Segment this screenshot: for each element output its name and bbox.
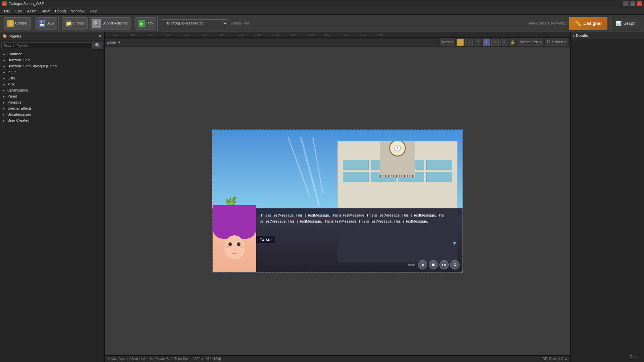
palette-category-misc[interactable]: ▶ Misc [0,81,104,87]
palette-category-input[interactable]: ▶ Input [0,69,104,75]
rewind-button[interactable]: ⏮ [418,260,427,269]
palette-category-primitive[interactable]: ▶ Primitive [0,99,104,105]
menu-asset[interactable]: Asset [24,8,39,14]
color-mode-button[interactable]: □ [457,39,464,46]
menu-window[interactable]: Window [68,8,87,14]
window-controls: ─ □ ✕ [623,1,642,6]
graph-button[interactable]: 📊 Graph [610,17,641,30]
graph-icon: 📊 [616,21,622,26]
toolbar: ⚙ Compile 💾 Save 📁 Browse 🔍 Widget Refle… [0,15,644,32]
chevron-down-icon: ▾ [539,40,541,44]
debug-group: No debug object selected Debug Filter [160,16,250,31]
settings-button[interactable]: ⚙ [450,260,460,269]
portrait-hair [213,205,256,239]
palette-category-uncategorized[interactable]: ▶ Uncategorized [0,111,104,117]
stop-button[interactable]: ⏹ [429,260,438,269]
titlebar: U DialogueScene_WBP ─ □ ✕ [0,0,644,7]
compile-group: ⚙ Compile [3,16,32,31]
save-icon: 💾 [39,20,45,27]
resize-handle[interactable]: ↗ [460,270,465,275]
safe-zone-label: No Device Safe Zone Set [150,357,188,361]
play-group: ▶ Play [134,16,158,31]
dialogue-controls: Auto ⏮ ⏹ ⏭ ⚙ [408,260,460,269]
chevron-down-icon: ▾ [564,40,566,44]
horizontal-ruler: 300 400 500 600 700 800 900 1000 1100 12… [105,32,570,38]
palette-category-optimization[interactable]: ▶ Optimization [0,87,104,93]
app-icon: U [2,1,7,6]
browse-icon: 📁 [65,20,72,27]
menu-help[interactable]: Help [87,8,100,14]
arrow-icon: ▶ [3,119,5,122]
auto-label: Auto [408,263,415,267]
dpi-settings-icon[interactable]: ⚙ [565,357,568,361]
palette-title: Palette [9,34,21,38]
details-title: Details [576,34,588,38]
widget-reflector-icon: 🔍 [92,19,101,28]
restore-button[interactable]: □ [630,1,635,6]
details-panel: ℹ Details [570,32,644,362]
parent-class-label: Parent class: User Widget [528,21,567,25]
palette-category-horizonplugin[interactable]: ▶ HorizonPlugin [0,57,104,63]
palette-search-button[interactable]: 🔍 [93,42,103,49]
r-button[interactable]: R [474,39,481,46]
character-portrait [213,205,256,272]
palette-category-horizonplugin-demo[interactable]: ▶ HorizonPlugin|Dialogue|Demo [0,63,104,69]
arrow-icon: ▶ [3,53,5,56]
play-icon: ▶ [139,20,145,27]
canvas-area[interactable]: 🕐 🌿 [105,47,570,355]
debug-filter-label: Debug Filter [231,21,249,25]
scroll-indicator: ▼ [452,240,457,246]
canvas-toolbar: Zoom -4 None ▾ □ ⊞ R 4 ⊟ ⊞ 🔒 Screen Size… [105,38,570,47]
menu-file[interactable]: File [1,8,13,14]
fill-screen-dropdown[interactable]: Fill Screen ▾ [545,39,568,46]
details-header: ℹ Details [571,32,644,39]
arrow-icon: ▶ [3,83,5,86]
dpi-scale-label: DPI Scale 1.0 [543,357,563,361]
grid-button[interactable]: ⊟ [491,39,499,46]
browse-button[interactable]: 📁 Browse [62,17,87,29]
snap-button[interactable]: ⊞ [500,39,507,46]
close-button[interactable]: ✕ [637,1,642,6]
palette-header: 🎨 Palette ✕ [0,32,104,40]
device-scale-label: Device Content Scale 1.0 [107,357,145,361]
fast-forward-button[interactable]: ⏭ [439,260,449,269]
arrow-icon: ▶ [3,59,5,62]
designer-button[interactable]: ✏️ Designer [569,17,607,30]
palette-category-lists[interactable]: ▶ Lists [0,75,104,81]
play-button[interactable]: ▶ Play [136,17,156,29]
main-content: 🎨 Palette ✕ 🔍 ▶ Common ▶ HorizonPlugin ▶… [0,32,644,362]
lock-button[interactable]: 🔒 [509,39,516,46]
palette-category-user-created[interactable]: ▶ User Created [0,117,104,123]
menu-debug[interactable]: Debug [52,8,68,14]
palette-category-special-effects[interactable]: ▶ Special Effects [0,105,104,111]
arrow-icon: ▶ [3,77,5,80]
canvas-info-bar: Device Content Scale 1.0 No Device Safe … [105,355,570,362]
palette-close-button[interactable]: ✕ [98,34,102,39]
save-group: 💾 Save [34,16,59,31]
browse-group: 📁 Browse 🔍 Widget Reflector [61,16,132,31]
clear-button[interactable]: Clear [630,355,639,359]
palette-search-bar: 🔍 [0,40,104,51]
minimize-button[interactable]: ─ [623,1,629,6]
canvas-panel: 300 400 500 600 700 800 900 1000 1100 12… [105,32,570,362]
canvas-toolbar-right: None ▾ □ ⊞ R 4 ⊟ ⊞ 🔒 Screen Size ▾ Fill … [440,39,568,46]
palette-category-panel[interactable]: ▶ Panel [0,93,104,99]
menu-edit[interactable]: Edit [13,8,24,14]
arrow-icon: ▶ [3,95,5,98]
palette-category-list: ▶ Common ▶ HorizonPlugin ▶ HorizonPlugin… [0,51,104,362]
4-button[interactable]: 4 [483,39,490,46]
none-button[interactable]: None ▾ [440,39,455,46]
widget-reflector-button[interactable]: 🔍 Widget Reflector [89,17,130,29]
menu-view[interactable]: View [39,8,52,14]
palette-panel: 🎨 Palette ✕ 🔍 ▶ Common ▶ HorizonPlugin ▶… [0,32,105,362]
zoom-label: Zoom -4 [107,40,120,44]
designer-icon: ✏️ [575,20,581,26]
resolution-label: 644 x 362 (16:9) [193,357,221,361]
screen-size-dropdown[interactable]: Screen Size ▾ [518,39,543,46]
debug-filter-select[interactable]: No debug object selected [161,19,228,27]
compile-button[interactable]: ⚙ Compile [4,17,31,29]
palette-category-common[interactable]: ▶ Common [0,51,104,57]
palette-search-input[interactable] [1,42,93,49]
save-button[interactable]: 💾 Save [36,17,57,29]
wireframe-button[interactable]: ⊞ [465,39,473,46]
